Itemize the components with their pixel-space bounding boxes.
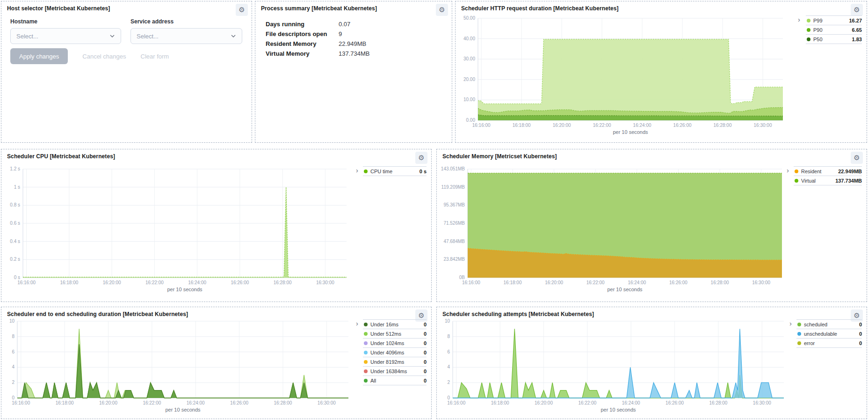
svg-text:16:16:00: 16:16:00 bbox=[472, 123, 491, 128]
svg-text:4: 4 bbox=[12, 364, 14, 369]
legend-row[interactable]: Virtual137.734MB bbox=[794, 176, 862, 185]
legend-row[interactable]: CPU time0 s bbox=[363, 167, 427, 176]
legend-color-dot bbox=[795, 179, 798, 183]
http-duration-chart[interactable]: 0.0010.0020.0030.0040.0050.0016:16:0016:… bbox=[456, 14, 787, 141]
svg-text:16:24:00: 16:24:00 bbox=[628, 280, 646, 285]
legend-row[interactable]: Under 16ms0 bbox=[363, 320, 427, 329]
cancel-changes-button[interactable]: Cancel changes bbox=[82, 53, 126, 60]
cpu-chart[interactable]: 0 s0.2 s0.4 s0.6 s0.8 s1 s1.2 s16:16:001… bbox=[2, 165, 350, 299]
svg-text:0: 0 bbox=[12, 395, 14, 400]
legend-color-dot bbox=[364, 332, 368, 336]
panel-scheduler-cpu: Scheduler CPU [Metricbeat Kubernetes] ⚙ … bbox=[1, 149, 432, 302]
gear-icon: ⚙ bbox=[418, 154, 424, 162]
panel-settings-button[interactable]: ⚙ bbox=[851, 4, 863, 16]
svg-text:16:22:00: 16:22:00 bbox=[586, 280, 605, 285]
svg-text:0: 0 bbox=[447, 395, 450, 400]
legend-color-dot bbox=[807, 19, 810, 22]
legend-row[interactable]: P906.65 bbox=[806, 25, 862, 35]
service-address-select[interactable]: Select... bbox=[130, 28, 242, 44]
table-row: File descriptors open 9 bbox=[266, 29, 370, 39]
legend-row[interactable]: Under 16384ms0 bbox=[363, 367, 427, 376]
legend-value: 0 bbox=[424, 368, 427, 374]
legend-row[interactable]: Under 1024ms0 bbox=[363, 339, 427, 348]
legend-value: 0 bbox=[424, 340, 427, 346]
svg-text:16:26:00: 16:26:00 bbox=[231, 280, 249, 285]
svg-text:23.842MB: 23.842MB bbox=[443, 257, 465, 262]
legend-row[interactable]: Under 8192ms0 bbox=[363, 357, 427, 367]
svg-text:10: 10 bbox=[9, 318, 15, 324]
legend-label: P99 bbox=[813, 18, 846, 23]
e2e-duration-chart[interactable]: 024681016:16:0016:18:0016:20:0016:22:001… bbox=[2, 317, 352, 417]
legend-value: 0 bbox=[424, 350, 427, 355]
svg-text:16:26:00: 16:26:00 bbox=[669, 280, 687, 285]
legend-label: unschedulable bbox=[804, 331, 856, 337]
legend-color-dot bbox=[807, 28, 810, 32]
legend-row[interactable]: All0 bbox=[363, 376, 427, 385]
svg-text:0.2 s: 0.2 s bbox=[10, 257, 20, 262]
legend-color-dot bbox=[364, 379, 368, 383]
legend-row[interactable]: error0 bbox=[796, 339, 862, 348]
legend-row[interactable]: P9916.27 bbox=[806, 16, 862, 25]
svg-text:16:22:00: 16:22:00 bbox=[145, 280, 164, 285]
legend-collapse-chevron[interactable]: › bbox=[356, 320, 358, 327]
svg-text:16:28:00: 16:28:00 bbox=[274, 400, 292, 405]
svg-text:16:22:00: 16:22:00 bbox=[143, 400, 161, 405]
panel-title: Host selector [Metricbeat Kubernetes] bbox=[7, 5, 110, 12]
panel-process-summary: Process summary [Metricbeat Kubernetes] … bbox=[255, 1, 452, 143]
legend-row[interactable]: Resident22.949MB bbox=[794, 167, 862, 176]
legend-row[interactable]: unschedulable0 bbox=[796, 329, 862, 339]
gear-icon: ⚙ bbox=[418, 311, 424, 320]
chart-svg: 0 s0.2 s0.4 s0.6 s0.8 s1 s1.2 s16:16:001… bbox=[2, 165, 350, 299]
svg-text:16:26:00: 16:26:00 bbox=[230, 400, 248, 405]
svg-text:16:30:00: 16:30:00 bbox=[318, 400, 336, 405]
legend-label: Under 16384ms bbox=[370, 368, 421, 374]
legend-color-dot bbox=[364, 369, 368, 373]
panel-settings-button[interactable]: ⚙ bbox=[851, 152, 863, 164]
legend-collapse-chevron[interactable]: › bbox=[789, 320, 792, 327]
panel-settings-button[interactable]: ⚙ bbox=[415, 152, 427, 164]
legend-color-dot bbox=[807, 37, 810, 41]
svg-text:10: 10 bbox=[445, 318, 450, 324]
svg-text:16:16:00: 16:16:00 bbox=[17, 280, 36, 285]
gear-icon: ⚙ bbox=[854, 6, 860, 14]
panel-title: Process summary [Metricbeat Kubernetes] bbox=[261, 5, 377, 12]
panel-title: Scheduler HTTP request duration [Metricb… bbox=[461, 5, 619, 12]
legend-collapse-chevron[interactable]: › bbox=[798, 16, 800, 23]
svg-text:per 10 seconds: per 10 seconds bbox=[600, 407, 636, 413]
svg-text:10.00: 10.00 bbox=[463, 97, 475, 102]
legend-value: 22.949MB bbox=[838, 169, 862, 174]
svg-text:0.00: 0.00 bbox=[466, 118, 476, 123]
svg-text:16:24:00: 16:24:00 bbox=[633, 123, 651, 128]
metric-value: 22.949MB bbox=[339, 40, 366, 47]
scheduling-attempts-chart[interactable]: 024681016:16:0016:18:0016:20:0016:22:001… bbox=[438, 317, 788, 417]
panel-settings-button[interactable]: ⚙ bbox=[436, 4, 448, 16]
memory-chart[interactable]: 0B23.842MB47.684MB71.526MB95.367MB119.20… bbox=[438, 165, 786, 299]
svg-text:per 10 seconds: per 10 seconds bbox=[613, 129, 648, 135]
legend-row[interactable]: scheduled0 bbox=[796, 320, 862, 329]
svg-text:40.00: 40.00 bbox=[463, 36, 475, 41]
panel-title: Scheduler Memory [Metricset Kubernetes] bbox=[442, 153, 557, 160]
svg-text:16:26:00: 16:26:00 bbox=[673, 123, 692, 128]
gear-icon: ⚙ bbox=[854, 154, 860, 162]
legend-collapse-chevron[interactable]: › bbox=[787, 167, 789, 174]
hostname-select[interactable]: Select... bbox=[10, 28, 121, 44]
legend-row[interactable]: Under 512ms0 bbox=[363, 329, 427, 339]
chart-svg: 024681016:16:0016:18:0016:20:0016:22:001… bbox=[438, 317, 788, 417]
svg-text:16:24:00: 16:24:00 bbox=[622, 400, 640, 405]
metric-value: 0.07 bbox=[339, 21, 350, 28]
legend-label: P50 bbox=[813, 37, 849, 42]
legend-value: 137.734MB bbox=[835, 178, 862, 184]
legend-value: 0 s bbox=[420, 169, 427, 174]
apply-changes-button[interactable]: Apply changes bbox=[10, 48, 68, 64]
legend-collapse-chevron[interactable]: › bbox=[356, 167, 358, 174]
panel-settings-button[interactable]: ⚙ bbox=[236, 4, 248, 16]
legend-color-dot bbox=[797, 323, 801, 326]
svg-text:95.367MB: 95.367MB bbox=[443, 202, 465, 207]
svg-text:16:16:00: 16:16:00 bbox=[12, 400, 30, 405]
chart-svg: 0.0010.0020.0030.0040.0050.0016:16:0016:… bbox=[456, 14, 787, 141]
legend-row[interactable]: P501.83 bbox=[806, 35, 862, 44]
clear-form-button[interactable]: Clear form bbox=[141, 53, 169, 60]
legend-row[interactable]: Under 4096ms0 bbox=[363, 348, 427, 357]
legend-value: 1.83 bbox=[852, 37, 862, 42]
table-row: Virtual Memory 137.734MB bbox=[266, 49, 370, 59]
